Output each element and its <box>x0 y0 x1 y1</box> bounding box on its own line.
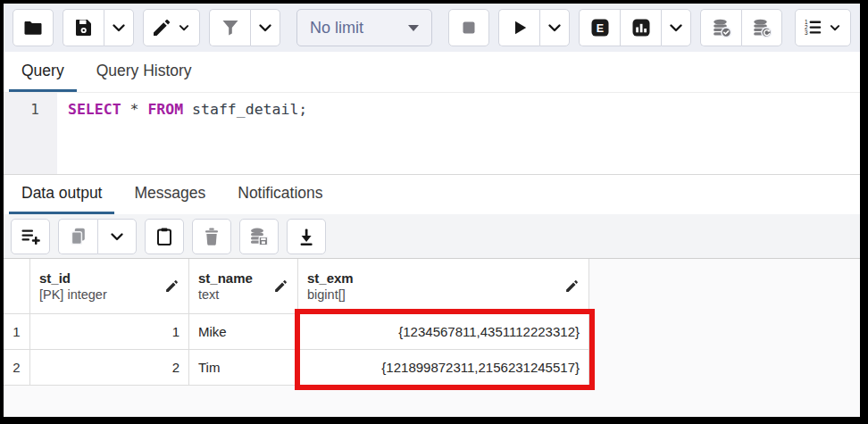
paste-icon <box>154 226 175 247</box>
output-tab-bar: Data output Messages Notifications <box>4 175 860 214</box>
row-number-cell[interactable]: 2 <box>4 350 30 386</box>
result-table: st_id [PK] integer st_name text <box>4 259 860 386</box>
sql-editor[interactable]: 1 SELECT * FROM staff_detail; <box>4 93 860 175</box>
cell-st-id[interactable]: 1 <box>30 314 189 350</box>
explain-button-group: E <box>579 9 691 46</box>
row-number-cell[interactable]: 1 <box>4 314 30 350</box>
svg-text:3: 3 <box>805 29 808 36</box>
save-button-group <box>63 9 134 46</box>
column-header-st-id[interactable]: st_id [PK] integer <box>30 259 189 314</box>
add-row-icon <box>20 226 41 247</box>
cancel-query-button[interactable] <box>448 9 489 46</box>
filter-button-group <box>209 9 280 46</box>
copy-icon <box>68 226 89 247</box>
pencil-icon <box>151 17 172 38</box>
column-type: [PK] integer <box>39 287 107 303</box>
filter-button[interactable] <box>209 9 250 46</box>
stop-icon <box>458 17 480 38</box>
save-button[interactable] <box>63 9 104 46</box>
execute-button-group <box>498 9 570 46</box>
macros-button[interactable]: 1 2 3 <box>795 9 851 46</box>
filter-icon <box>220 17 241 38</box>
column-name: st_id <box>39 270 107 287</box>
tab-messages[interactable]: Messages <box>121 175 218 214</box>
cell-st-name[interactable]: Tim <box>189 350 298 386</box>
table-row: 2 2 Tim {121899872311,2156231245517} <box>4 350 860 386</box>
sql-star: * <box>121 101 148 118</box>
tab-messages-label: Messages <box>134 184 205 203</box>
row-limit-select[interactable]: No limit <box>296 9 432 46</box>
editor-tab-bar: Query Query History <box>4 52 860 93</box>
filter-menu-button[interactable] <box>250 9 280 46</box>
svg-text:E: E <box>596 22 603 35</box>
tab-query-label: Query <box>21 62 64 80</box>
cell-st-exm[interactable]: {121899872311,2156231245517} <box>298 350 589 386</box>
sql-table-ref: staff_detail; <box>183 101 307 118</box>
execute-menu-button[interactable] <box>539 9 570 46</box>
open-file-button[interactable] <box>13 9 54 46</box>
chevron-down-icon <box>176 20 192 36</box>
chevron-down-icon <box>665 17 687 38</box>
row-limit-value: No limit <box>310 19 363 37</box>
save-data-icon <box>248 226 270 247</box>
chevron-down-icon <box>106 226 128 247</box>
line-number: 1 <box>30 101 39 118</box>
edit-column-icon[interactable] <box>164 279 179 294</box>
play-icon <box>509 17 530 38</box>
copy-menu-button[interactable] <box>97 219 137 254</box>
commit-button[interactable] <box>700 9 741 46</box>
sql-keyword-select: SELECT <box>68 101 121 118</box>
chevron-down-icon <box>108 17 129 38</box>
select-all-cell[interactable] <box>4 259 30 314</box>
save-data-changes-button[interactable] <box>239 219 279 254</box>
edit-column-icon[interactable] <box>273 279 288 294</box>
explain-analyze-button[interactable] <box>620 9 661 46</box>
download-results-button[interactable] <box>287 219 326 254</box>
folder-icon <box>22 17 44 38</box>
edit-dropdown-button[interactable] <box>143 9 200 46</box>
add-row-button[interactable] <box>11 219 50 254</box>
copy-button[interactable] <box>58 219 97 254</box>
edit-column-icon[interactable] <box>564 279 580 294</box>
tab-query-history[interactable]: Query History <box>84 52 204 92</box>
delete-row-button[interactable] <box>192 219 231 254</box>
execute-button[interactable] <box>498 9 539 46</box>
tab-notifications[interactable]: Notifications <box>225 175 335 214</box>
save-icon <box>73 17 95 38</box>
explain-menu-button[interactable] <box>661 9 691 46</box>
select-caret-icon <box>408 25 419 31</box>
tab-query[interactable]: Query <box>9 52 77 92</box>
grid-header-row: st_id [PK] integer st_name text <box>4 259 860 314</box>
rollback-db-icon <box>751 17 772 38</box>
rollback-button[interactable] <box>741 9 782 46</box>
chevron-down-icon <box>255 17 276 38</box>
editor-gutter: 1 <box>4 93 57 174</box>
download-icon <box>296 226 317 247</box>
explain-button[interactable]: E <box>579 9 620 46</box>
main-toolbar: No limit E <box>4 4 860 52</box>
tab-notifications-label: Notifications <box>238 184 322 203</box>
query-tool-window: No limit E <box>0 0 868 424</box>
paste-button[interactable] <box>145 219 184 254</box>
column-header-st-name[interactable]: st_name text <box>189 259 298 314</box>
cell-st-id[interactable]: 2 <box>30 350 189 386</box>
tab-query-history-label: Query History <box>96 62 192 80</box>
column-header-st-exm[interactable]: st_exm bigint[] <box>298 259 589 314</box>
chevron-down-icon <box>544 17 565 38</box>
cell-st-exm[interactable]: {1234567811,4351112223312} <box>298 314 589 350</box>
trash-icon <box>201 226 222 247</box>
chevron-down-icon <box>827 20 843 36</box>
save-menu-button[interactable] <box>104 9 134 46</box>
tab-data-output-label: Data output <box>21 184 102 203</box>
table-row: 1 1 Mike {1234567811,4351112223312} <box>4 314 860 350</box>
column-name: st_name <box>198 270 253 287</box>
bar-chart-icon <box>630 17 652 38</box>
sql-keyword-from: FROM <box>147 101 183 118</box>
tab-data-output[interactable]: Data output <box>9 175 114 214</box>
column-type: bigint[] <box>307 287 354 303</box>
sql-code-line[interactable]: SELECT * FROM staff_detail; <box>57 93 860 174</box>
cell-st-name[interactable]: Mike <box>189 314 298 350</box>
explain-icon: E <box>589 17 611 38</box>
data-grid-toolbar <box>4 214 860 259</box>
copy-button-group <box>58 219 137 254</box>
